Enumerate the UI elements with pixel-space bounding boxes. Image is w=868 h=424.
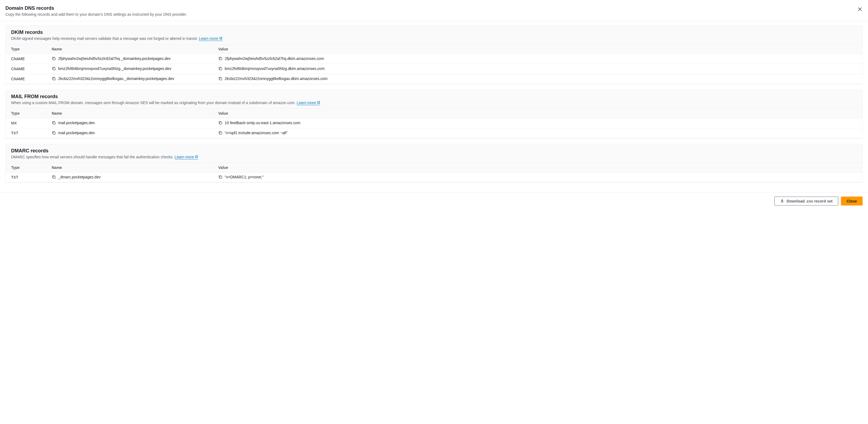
- cell-value-text: 2fphywahn2wj5eiuhd5v5zzlc62al7hq.dkim.am…: [225, 56, 324, 61]
- cell-value-text: "v=spf1 include:amazonses.com ~all": [225, 131, 287, 135]
- learn-more-label: Learn more: [199, 36, 218, 41]
- learn-more-link[interactable]: Learn more: [199, 36, 222, 41]
- cell-name: mail.pocketpages.dev: [46, 128, 213, 138]
- table-row: MXmail.pocketpages.dev10 feedback-smtp.u…: [6, 118, 862, 128]
- column-header-name: Name: [46, 163, 213, 172]
- cell-name-text: 2fphywahn2wj5eiuhd5v5zzlc62al7hq._domain…: [58, 56, 170, 61]
- modal-title: Domain DNS records: [5, 5, 863, 11]
- copy-icon[interactable]: [218, 77, 222, 81]
- cell-name: mail.pocketpages.dev: [46, 118, 213, 128]
- panel-description: DMARC specifies how email servers should…: [11, 155, 857, 160]
- learn-more-label: Learn more: [297, 101, 316, 105]
- copy-icon[interactable]: [52, 175, 56, 179]
- cell-value-text: 2kcbiz22mvh3234z2omnygg6kelbxgas.dkim.am…: [225, 77, 328, 81]
- cell-name: 2fphywahn2wj5eiuhd5v5zzlc62al7hq._domain…: [46, 54, 213, 64]
- copy-icon[interactable]: [218, 175, 222, 179]
- cell-value-text: "v=DMARC1; p=none;": [225, 175, 264, 179]
- cell-type: MX: [6, 118, 46, 128]
- cell-value: 2kcbiz22mvh3234z2omnygg6kelbxgas.dkim.am…: [213, 74, 862, 84]
- records-table: TypeNameValueCNAME2fphywahn2wj5eiuhd5v5z…: [6, 44, 862, 84]
- cell-value: "v=DMARC1; p=none;": [213, 172, 862, 182]
- cell-name-text: _dmarc.pocketpages.dev: [58, 175, 100, 179]
- close-icon[interactable]: [857, 6, 863, 12]
- panel-description-text: DKIM-signed messages help receiving mail…: [11, 36, 199, 41]
- records-panel: MAIL FROM recordsWhen using a custom MAI…: [5, 90, 863, 139]
- column-header-value: Value: [213, 45, 862, 54]
- copy-icon[interactable]: [218, 121, 222, 125]
- cell-value-text: 10 feedback-smtp.us-east-1.amazonses.com: [225, 121, 300, 125]
- table-row: TXTmail.pocketpages.dev"v=spf1 include:a…: [6, 128, 862, 138]
- panel-description-text: DMARC specifies how email servers should…: [11, 155, 175, 159]
- records-panel: DKIM recordsDKIM-signed messages help re…: [5, 26, 863, 84]
- cell-type: CNAME: [6, 74, 46, 84]
- download-icon: [780, 198, 784, 204]
- column-header-type: Type: [6, 163, 46, 172]
- panel-header: DMARC recordsDMARC specifies how email s…: [6, 144, 862, 163]
- column-header-type: Type: [6, 45, 46, 54]
- column-header-value: Value: [213, 163, 862, 172]
- records-table: TypeNameValueMXmail.pocketpages.dev10 fe…: [6, 108, 862, 138]
- cell-name-text: mail.pocketpages.dev: [58, 121, 95, 125]
- panel-description-text: When using a custom MAIL FROM domain, me…: [11, 101, 297, 105]
- copy-icon[interactable]: [52, 56, 56, 61]
- copy-icon[interactable]: [218, 56, 222, 61]
- cell-name-text: bmz2fvl6t4bmjmrovpvxd7uxyna5hlzg._domain…: [58, 66, 172, 71]
- svg-rect-9: [220, 132, 222, 134]
- svg-rect-1: [220, 58, 222, 60]
- svg-rect-5: [220, 78, 222, 80]
- svg-rect-0: [53, 58, 55, 60]
- svg-rect-11: [220, 176, 222, 178]
- svg-rect-7: [220, 122, 222, 124]
- modal-footer: Download .csv record set Close: [0, 193, 868, 209]
- svg-rect-2: [53, 68, 55, 70]
- external-link-icon: [219, 36, 222, 41]
- cell-value: 2fphywahn2wj5eiuhd5v5zzlc62al7hq.dkim.am…: [213, 54, 862, 64]
- copy-icon[interactable]: [52, 121, 56, 125]
- external-link-icon: [317, 101, 320, 105]
- cell-type: CNAME: [6, 64, 46, 74]
- svg-rect-3: [220, 68, 222, 70]
- modal-header: Domain DNS records Copy the following re…: [0, 0, 868, 21]
- svg-rect-10: [53, 176, 55, 178]
- cell-name-text: 2kcbiz22mvh3234z2omnygg6kelbxgas._domain…: [58, 77, 174, 81]
- table-row: TXT_dmarc.pocketpages.dev"v=DMARC1; p=no…: [6, 172, 862, 182]
- records-table: TypeNameValueTXT_dmarc.pocketpages.dev"v…: [6, 163, 862, 182]
- panel-title: DKIM records: [11, 30, 857, 35]
- cell-type: TXT: [6, 128, 46, 138]
- close-button[interactable]: Close: [841, 197, 863, 205]
- cell-name: _dmarc.pocketpages.dev: [46, 172, 213, 182]
- table-row: CNAMEbmz2fvl6t4bmjmrovpvxd7uxyna5hlzg._d…: [6, 64, 862, 74]
- copy-icon[interactable]: [52, 66, 56, 71]
- cell-type: TXT: [6, 172, 46, 182]
- cell-value: "v=spf1 include:amazonses.com ~all": [213, 128, 862, 138]
- copy-icon[interactable]: [218, 66, 222, 71]
- panel-title: MAIL FROM records: [11, 94, 857, 100]
- cell-name: 2kcbiz22mvh3234z2omnygg6kelbxgas._domain…: [46, 74, 213, 84]
- cell-value-text: bmz2fvl6t4bmjmrovpvxd7uxyna5hlzg.dkim.am…: [225, 66, 324, 71]
- cell-value: bmz2fvl6t4bmjmrovpvxd7uxyna5hlzg.dkim.am…: [213, 64, 862, 74]
- cell-type: CNAME: [6, 54, 46, 64]
- table-row: CNAME2kcbiz22mvh3234z2omnygg6kelbxgas._d…: [6, 74, 862, 84]
- panel-header: MAIL FROM recordsWhen using a custom MAI…: [6, 90, 862, 108]
- panel-header: DKIM recordsDKIM-signed messages help re…: [6, 26, 862, 44]
- copy-icon[interactable]: [52, 77, 56, 81]
- cell-value: 10 feedback-smtp.us-east-1.amazonses.com: [213, 118, 862, 128]
- column-header-name: Name: [46, 109, 213, 118]
- close-button-label: Close: [847, 199, 857, 203]
- copy-icon[interactable]: [52, 131, 56, 135]
- modal-subtitle: Copy the following records and add them …: [5, 12, 863, 17]
- column-header-name: Name: [46, 45, 213, 54]
- download-csv-label: Download .csv record set: [786, 199, 833, 203]
- table-row: CNAME2fphywahn2wj5eiuhd5v5zzlc62al7hq._d…: [6, 54, 862, 64]
- column-header-value: Value: [213, 109, 862, 118]
- modal-content: DKIM recordsDKIM-signed messages help re…: [0, 21, 868, 193]
- copy-icon[interactable]: [218, 131, 222, 135]
- learn-more-link[interactable]: Learn more: [297, 101, 320, 105]
- cell-name-text: mail.pocketpages.dev: [58, 131, 95, 135]
- svg-rect-4: [53, 78, 55, 80]
- download-csv-button[interactable]: Download .csv record set: [774, 197, 838, 205]
- records-panel: DMARC recordsDMARC specifies how email s…: [5, 144, 863, 183]
- svg-rect-8: [53, 132, 55, 134]
- column-header-type: Type: [6, 109, 46, 118]
- learn-more-link[interactable]: Learn more: [175, 155, 198, 160]
